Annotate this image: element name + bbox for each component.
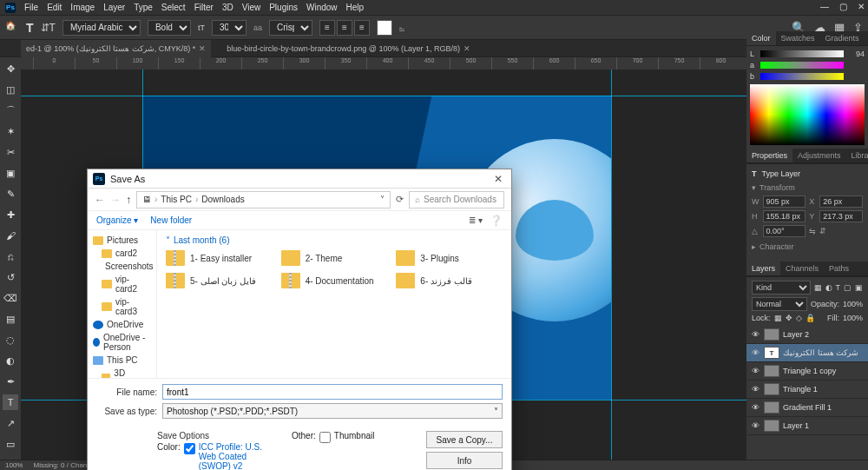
gradient-tool-icon[interactable]: ▤	[3, 311, 18, 327]
brush-tool-icon[interactable]: 🖌	[3, 228, 18, 243]
warp-text-icon[interactable]: ⎁	[399, 23, 404, 32]
layer-row[interactable]: 👁Layer 1	[746, 417, 868, 435]
nav-forward-icon[interactable]: →	[110, 194, 121, 206]
thumbnail-checkbox[interactable]	[319, 432, 331, 443]
menu-layer[interactable]: Layer	[103, 3, 125, 12]
filter-shape-icon[interactable]: ▢	[844, 283, 852, 292]
close-icon[interactable]: ✕	[464, 44, 470, 53]
opacity-value[interactable]: 100%	[843, 300, 863, 308]
refresh-icon[interactable]: ⟳	[396, 194, 404, 205]
layer-row[interactable]: 👁Triangle 1 copy	[746, 362, 868, 381]
close-icon[interactable]: ✕	[199, 44, 206, 53]
folder-content[interactable]: ˅Last month (6) 1- Easy installer2- Them…	[157, 230, 511, 378]
W-value[interactable]: 905 px	[763, 195, 806, 208]
layer-row[interactable]: 👁Tشركت هستا الكترونيك	[746, 344, 868, 362]
layer-row[interactable]: 👁Gradient Fill 1	[746, 399, 868, 417]
tab-swatches[interactable]: Swatches	[776, 31, 820, 45]
tab-channels[interactable]: Channels	[780, 261, 824, 275]
folder-item[interactable]: 3- Plugins	[396, 250, 503, 266]
menu-filter[interactable]: Filter	[194, 3, 214, 12]
folder-item[interactable]: 5- فایل زبان اصلی	[166, 273, 273, 288]
folder-item[interactable]: 2- Theme	[281, 250, 388, 266]
folder-item[interactable]: 1- Easy installer	[166, 250, 273, 266]
text-color-swatch[interactable]	[377, 20, 392, 36]
menu-window[interactable]: Window	[306, 3, 338, 12]
chevron-down-icon[interactable]: ˅	[166, 235, 170, 245]
layer-row[interactable]: 👁Layer 2	[746, 326, 868, 344]
nav-back-icon[interactable]: ←	[95, 194, 105, 206]
b-slider[interactable]	[760, 73, 844, 80]
filter-smart-icon[interactable]: ▣	[855, 283, 863, 292]
H-value[interactable]: 155.18 px	[763, 210, 806, 222]
heal-tool-icon[interactable]: ✚	[3, 207, 18, 222]
menu-plugins[interactable]: Plugins	[269, 3, 298, 12]
wand-tool-icon[interactable]: ✶	[3, 123, 18, 139]
window-close-icon[interactable]: ✕	[858, 2, 865, 11]
tree-node[interactable]: card2	[88, 247, 156, 260]
filter-pixel-icon[interactable]: ▦	[814, 283, 822, 292]
flip-h-icon[interactable]: ⇋	[809, 227, 816, 235]
shape-tool-icon[interactable]: ▭	[3, 436, 18, 452]
organize-button[interactable]: Organize ▾	[96, 215, 138, 225]
visibility-icon[interactable]: 👁	[752, 330, 760, 339]
search-input[interactable]: ⌕ Search Downloads	[409, 191, 504, 209]
menu-3d[interactable]: 3D	[222, 3, 233, 12]
guide-horizontal[interactable]	[21, 96, 746, 96]
nav-up-icon[interactable]: ↑	[126, 194, 131, 206]
tree-node[interactable]: This PC	[88, 354, 156, 367]
visibility-icon[interactable]: 👁	[752, 403, 760, 412]
fill-value[interactable]: 100%	[843, 314, 863, 322]
align-left-icon[interactable]: ≡	[319, 20, 335, 36]
window-minimize-icon[interactable]: —	[820, 2, 829, 11]
tab-gradients[interactable]: Gradients	[820, 31, 865, 45]
dialog-close-icon[interactable]: ✕	[490, 173, 506, 185]
menu-edit[interactable]: Edit	[47, 3, 62, 12]
chevron-down-icon[interactable]: ˅	[380, 195, 385, 204]
menu-select[interactable]: Select	[161, 3, 186, 12]
history-brush-tool-icon[interactable]: ↺	[3, 269, 18, 285]
dodge-tool-icon[interactable]: ◐	[3, 353, 18, 368]
font-weight-select[interactable]: Bold	[148, 20, 191, 36]
view-mode-icon[interactable]: ≣ ▾	[469, 215, 483, 225]
menu-file[interactable]: File	[24, 3, 38, 12]
folder-tree[interactable]: Picturescard2Screenshotsvip-card2vip-car…	[88, 230, 157, 378]
a-slider[interactable]	[760, 62, 844, 69]
frame-tool-icon[interactable]: ▣	[3, 165, 18, 181]
angle-value[interactable]: 0.00°	[763, 225, 806, 237]
blend-mode-select[interactable]: Normal	[752, 297, 807, 311]
doc-tab-2[interactable]: blue-bird-circle-by-town-brandcrowd.png …	[221, 40, 476, 57]
color-spectrum[interactable]	[750, 84, 865, 145]
text-orientation-icon[interactable]: ⇵T	[41, 22, 56, 34]
help-icon[interactable]: ❔	[490, 215, 503, 227]
lock-all-icon[interactable]: ▦	[774, 314, 782, 322]
type-tool-icon[interactable]: T	[3, 394, 18, 410]
visibility-icon[interactable]: 👁	[752, 421, 760, 430]
new-folder-button[interactable]: New folder	[150, 215, 192, 225]
tree-node[interactable]: OneDrive - Person	[88, 331, 156, 354]
guide-vertical[interactable]	[611, 70, 612, 460]
path-tool-icon[interactable]: ↗	[3, 415, 18, 431]
Y-value[interactable]: 217.3 px	[819, 210, 863, 222]
tab-adjustments[interactable]: Adjustments	[792, 149, 846, 162]
home-icon[interactable]: 🏠	[5, 21, 19, 35]
tree-node[interactable]: vip-card3	[88, 295, 156, 318]
move-tool-icon[interactable]: ✥	[3, 61, 18, 76]
lock-icon[interactable]: 🔒	[806, 314, 815, 322]
antialias-select[interactable]: Crisp	[269, 20, 312, 36]
icc-profile-checkbox[interactable]	[184, 443, 195, 454]
save-a-copy-button[interactable]: Save a Copy...	[426, 431, 503, 448]
menu-view[interactable]: View	[242, 3, 261, 12]
filter-type-icon[interactable]: T	[836, 283, 841, 292]
lasso-tool-icon[interactable]: ⌒	[3, 103, 18, 118]
filename-input[interactable]	[162, 384, 503, 400]
tab-layers[interactable]: Layers	[746, 261, 780, 275]
tree-node[interactable]: Pictures	[88, 234, 156, 247]
doc-tab-1[interactable]: ed-1 @ 100% (شركت هستا الكترونيك, CMYK/8…	[21, 40, 211, 57]
tab-color[interactable]: Color	[746, 31, 776, 45]
menu-image[interactable]: Image	[70, 3, 95, 12]
lock-pos-icon[interactable]: ✥	[786, 314, 792, 322]
chevron-right-icon[interactable]: ▸	[752, 242, 756, 251]
align-right-icon[interactable]: ≡	[354, 20, 370, 36]
zoom-level[interactable]: 100%	[5, 461, 23, 469]
visibility-icon[interactable]: 👁	[752, 385, 760, 394]
